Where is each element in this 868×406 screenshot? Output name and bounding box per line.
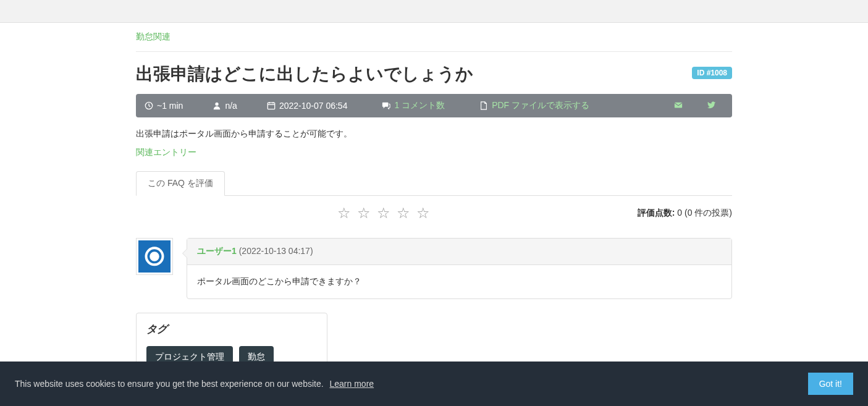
cookie-learn-more-link[interactable]: Learn more — [330, 379, 374, 389]
meta-bar: ~1 min n/a 2022-10-07 06:54 1 コメント数 PDF … — [136, 94, 732, 117]
meta-pdf-link[interactable]: PDF ファイルで表示する — [492, 100, 589, 111]
user-icon — [213, 101, 221, 110]
star-4[interactable]: ☆ — [397, 205, 416, 221]
tags-title: タグ — [146, 322, 317, 336]
clock-icon — [145, 101, 153, 110]
meta-comments-link[interactable]: 1 コメント数 — [394, 100, 445, 111]
page-title: 出張申請はどこに出したらよいでしょうか — [136, 63, 473, 85]
breadcrumb-category-link[interactable]: 勤怠関連 — [136, 32, 171, 41]
related-entries-link[interactable]: 関連エントリー — [136, 147, 196, 157]
meta-date: 2022-10-07 06:54 — [279, 101, 348, 111]
meta-author: n/a — [225, 101, 237, 111]
top-bar — [0, 0, 868, 23]
svg-rect-2 — [268, 103, 274, 110]
article-body: 出張申請はポータル画面から申請することが可能です。 — [136, 129, 732, 140]
twitter-icon — [707, 101, 716, 109]
avatar — [136, 238, 173, 275]
pdf-icon — [479, 101, 488, 110]
tabs: この FAQ を評価 — [136, 171, 732, 196]
star-3[interactable]: ☆ — [377, 205, 397, 221]
comments-icon — [382, 101, 390, 110]
rating-score: 評価点数: 0 (0 件の投票) — [638, 208, 732, 219]
rating-label: 評価点数: — [638, 208, 675, 218]
comment-box: ユーザー1 (2022-10-13 04:17) ポータル画面のどこから申請でき… — [187, 238, 732, 299]
breadcrumb: 勤怠関連 — [136, 23, 732, 52]
comment-body: ポータル画面のどこから申請できますか？ — [187, 265, 731, 298]
comment-timestamp: (2022-10-13 04:17) — [239, 246, 313, 256]
star-2[interactable]: ☆ — [357, 205, 377, 221]
meta-read-time: ~1 min — [157, 101, 183, 111]
cookie-message: This website uses cookies to ensure you … — [15, 379, 324, 389]
cookie-banner: This website uses cookies to ensure you … — [0, 362, 868, 406]
tab-rate-faq[interactable]: この FAQ を評価 — [136, 171, 225, 196]
svg-point-1 — [216, 103, 219, 106]
calendar-icon — [267, 101, 276, 110]
cookie-accept-button[interactable]: Got it! — [808, 373, 853, 395]
svg-rect-3 — [675, 103, 682, 108]
rating-stars: ☆☆☆☆☆ — [136, 205, 638, 222]
rating-value: 0 — [677, 208, 682, 218]
rating-votes: (0 件の投票) — [685, 208, 732, 218]
comment-header: ユーザー1 (2022-10-13 04:17) — [187, 239, 731, 265]
comment-user: ユーザー1 — [197, 246, 237, 256]
id-badge: ID #1008 — [692, 67, 732, 79]
twitter-share-link[interactable] — [707, 101, 716, 111]
envelope-icon — [674, 101, 683, 109]
star-5[interactable]: ☆ — [416, 205, 436, 221]
email-share-link[interactable] — [674, 101, 683, 111]
star-1[interactable]: ☆ — [337, 205, 357, 221]
